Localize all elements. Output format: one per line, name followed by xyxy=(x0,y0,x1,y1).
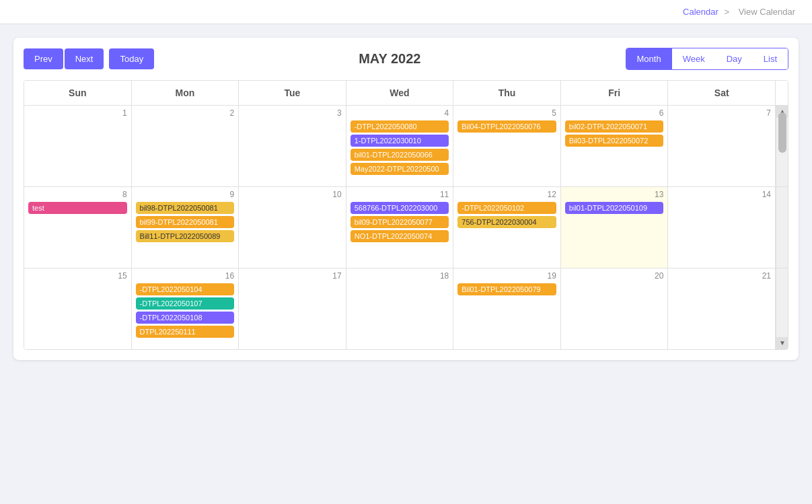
day-cell-19: 19 Bil01-DTPL2022050079 xyxy=(453,268,561,349)
calendar-container: Prev Next Today MAY 2022 Month Week Day … xyxy=(13,38,799,360)
day-cell-5: 5 Bil04-DTPL2022050076 xyxy=(453,106,561,186)
event-chip[interactable]: -DTPL2022050104 xyxy=(136,283,235,295)
event-chip[interactable]: 1-DTPL2022030010 xyxy=(350,135,449,147)
header-fri: Fri xyxy=(561,81,669,105)
event-chip[interactable]: DTPL202250111 xyxy=(136,326,235,338)
day-cell-6: 6 bil02-DTPL2022050071 Bil03-DTPL2022050… xyxy=(561,106,669,186)
day-number: 16 xyxy=(136,271,235,281)
view-month-button[interactable]: Month xyxy=(626,48,672,69)
day-cell-12: 12 -DTPL2022050102 756-DTPL2022030004 xyxy=(453,187,561,268)
scrollbar-thumb[interactable] xyxy=(778,112,786,153)
event-chip[interactable]: test xyxy=(28,202,127,214)
day-cell-3: 3 xyxy=(239,106,346,186)
week-row: 1 2 3 4 -DTPL2022050080 1-DTPL2022030010… xyxy=(24,106,788,187)
event-chip[interactable]: Bil01-DTPL2022050079 xyxy=(457,283,556,295)
event-chip[interactable]: bil01-DTPL2022050066 xyxy=(350,149,449,161)
event-chip[interactable]: NO1-DTPL2022050074 xyxy=(350,230,449,242)
day-number: 10 xyxy=(243,190,342,199)
event-chip[interactable]: -DTPL2022050080 xyxy=(350,120,449,133)
today-button[interactable]: Today xyxy=(109,48,154,69)
view-week-button[interactable]: Week xyxy=(672,48,716,69)
event-chip[interactable]: -DTPL2022050108 xyxy=(136,312,235,324)
day-cell-18: 18 xyxy=(346,268,454,349)
header-mon: Mon xyxy=(132,81,239,105)
event-chip[interactable]: May2022-DTPL20220500 xyxy=(350,163,449,175)
breadcrumb-separator: > xyxy=(724,7,729,17)
header-sat: Sat xyxy=(668,81,776,105)
calendar-grid: Sun Mon Tue Wed Thu Fri Sat 1 2 3 xyxy=(24,80,788,350)
day-number: 12 xyxy=(457,190,556,199)
month-title: MAY 2022 xyxy=(154,51,625,67)
day-number: 21 xyxy=(672,271,771,281)
breadcrumb-home[interactable]: Calendar xyxy=(683,7,718,17)
day-cell-13-today: 13 bil01-DTPL2022050109 xyxy=(561,187,669,268)
event-chip[interactable]: bil99-DTPL2022050081 xyxy=(136,216,235,228)
event-chip[interactable]: bil09-DTPL2022050077 xyxy=(350,216,449,228)
scrollbar[interactable]: ▲ xyxy=(776,106,788,186)
top-bar: Calendar > View Calendar xyxy=(0,0,812,24)
day-cell-11: 11 568766-DTPL202203000 bil09-DTPL202205… xyxy=(346,187,454,268)
prev-button[interactable]: Prev xyxy=(24,48,63,69)
scrollbar: ▼ xyxy=(776,268,788,349)
header-sun: Sun xyxy=(24,81,132,105)
day-headers: Sun Mon Tue Wed Thu Fri Sat xyxy=(24,81,788,106)
day-number: 19 xyxy=(457,271,556,281)
day-cell-15: 15 xyxy=(24,268,132,349)
scroll-header xyxy=(776,81,788,105)
day-number: 5 xyxy=(457,108,556,118)
day-number: 1 xyxy=(28,108,127,118)
breadcrumb-current: View Calendar xyxy=(739,7,795,17)
week-row: 8 test 9 bil98-DTPL2022050081 bil99-DTPL… xyxy=(24,187,788,268)
day-cell-16: 16 -DTPL2022050104 -DTPL2022050107 -DTPL… xyxy=(132,268,239,349)
day-cell-9: 9 bil98-DTPL2022050081 bil99-DTPL2022050… xyxy=(132,187,239,268)
day-cell-10: 10 xyxy=(239,187,346,268)
day-number: 4 xyxy=(350,108,449,118)
scroll-down-arrow[interactable]: ▼ xyxy=(776,337,788,349)
event-chip[interactable]: bil01-DTPL2022050109 xyxy=(565,202,664,214)
day-number: 17 xyxy=(243,271,342,281)
day-cell-14: 14 xyxy=(668,187,776,268)
day-cell-1: 1 xyxy=(24,106,132,186)
header-wed: Wed xyxy=(346,81,454,105)
day-number: 2 xyxy=(136,108,235,118)
event-chip[interactable]: 756-DTPL2022030004 xyxy=(457,216,556,228)
day-cell-17: 17 xyxy=(239,268,346,349)
day-number: 7 xyxy=(672,108,771,118)
view-list-button[interactable]: List xyxy=(753,48,788,69)
day-cell-4: 4 -DTPL2022050080 1-DTPL2022030010 bil01… xyxy=(346,106,454,186)
toolbar: Prev Next Today MAY 2022 Month Week Day … xyxy=(24,48,788,70)
week-row: 15 16 -DTPL2022050104 -DTPL2022050107 -D… xyxy=(24,268,788,349)
event-chip[interactable]: bil98-DTPL2022050081 xyxy=(136,202,235,214)
day-number: 13 xyxy=(565,190,664,199)
weeks-container: 1 2 3 4 -DTPL2022050080 1-DTPL2022030010… xyxy=(24,106,788,349)
breadcrumb: Calendar > View Calendar xyxy=(683,7,799,17)
day-number: 11 xyxy=(350,190,449,199)
event-chip[interactable]: -DTPL2022050107 xyxy=(136,297,235,310)
next-button[interactable]: Next xyxy=(65,48,104,69)
day-number: 6 xyxy=(565,108,664,118)
day-cell-8: 8 test xyxy=(24,187,132,268)
event-chip[interactable]: Bil03-DTPL2022050072 xyxy=(565,135,664,147)
view-day-button[interactable]: Day xyxy=(716,48,753,69)
event-chip[interactable]: 568766-DTPL202203000 xyxy=(350,202,449,214)
day-number: 9 xyxy=(136,190,235,199)
event-chip[interactable]: -DTPL2022050102 xyxy=(457,202,556,214)
day-number: 14 xyxy=(672,190,771,199)
event-chip[interactable]: bil02-DTPL2022050071 xyxy=(565,120,664,133)
event-chip[interactable]: Bil04-DTPL2022050076 xyxy=(457,120,556,133)
header-thu: Thu xyxy=(453,81,561,105)
day-number: 15 xyxy=(28,271,127,281)
day-number: 18 xyxy=(350,271,449,281)
day-cell-20: 20 xyxy=(561,268,669,349)
view-buttons: Month Week Day List xyxy=(626,48,789,70)
day-number: 20 xyxy=(565,271,664,281)
nav-buttons: Prev Next xyxy=(24,48,104,69)
day-cell-2: 2 xyxy=(132,106,239,186)
day-number: 3 xyxy=(243,108,342,118)
header-tue: Tue xyxy=(239,81,346,105)
event-chip[interactable]: Bill11-DTPL2022050089 xyxy=(136,230,235,242)
day-cell-7: 7 xyxy=(668,106,776,186)
day-number: 8 xyxy=(28,190,127,199)
scrollbar xyxy=(776,187,788,268)
day-cell-21: 21 xyxy=(668,268,776,349)
